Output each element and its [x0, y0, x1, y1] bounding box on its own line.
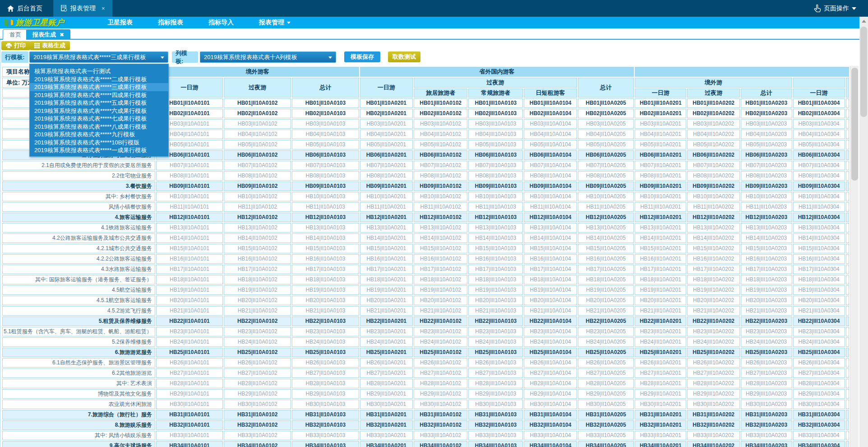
data-cell[interactable]: HB20|III10A0102	[414, 296, 468, 305]
data-cell[interactable]: HB32|III10A0202	[687, 420, 739, 430]
data-cell[interactable]: HB14|III10A0201	[635, 233, 686, 243]
data-cell[interactable]: HB17|III10A0202	[687, 265, 739, 274]
data-cell[interactable]: HB02|III10A0103	[468, 109, 523, 118]
data-cell[interactable]: HB26|II10A0103	[292, 358, 359, 368]
data-cell[interactable]: HB14|II10A0103	[292, 233, 359, 243]
data-cell[interactable]: HB21|III10A0304	[793, 306, 845, 316]
data-cell[interactable]: HB03|II10A0201	[360, 119, 413, 129]
data-cell[interactable]: HB10|II10A0103	[292, 192, 359, 201]
data-cell[interactable]: HB27|II10A0205	[578, 368, 634, 378]
data-cell[interactable]: HB13|II10A0201	[360, 223, 413, 233]
data-cell[interactable]: HB27|II10A0101	[156, 368, 223, 378]
data-cell[interactable]: HB13|III10A0304	[793, 223, 845, 233]
data-cell[interactable]: HB24|III10A0202	[687, 337, 739, 347]
data-cell[interactable]: HB09|III10A0304	[793, 182, 845, 191]
data-cell[interactable]: HB11|III10A0304	[793, 202, 845, 212]
data-cell[interactable]: HB09|II10A0102	[224, 182, 291, 191]
data-cell[interactable]: HB02|III10A0203	[741, 109, 792, 118]
data-cell[interactable]: HB13|III10A0102	[414, 223, 468, 233]
data-cell[interactable]: HB21|III10A0202	[687, 306, 739, 316]
data-cell[interactable]: HB26|III10A0102	[414, 358, 468, 368]
data-cell[interactable]: HB26|II10A0102	[224, 358, 291, 368]
data-cell[interactable]: HB31|III10A0304	[793, 410, 845, 419]
data-cell[interactable]: HB15|III10A0203	[741, 244, 792, 253]
data-cell[interactable]: HB22|III10A0202	[687, 317, 739, 326]
data-cell[interactable]: HB24|II10A0102	[224, 337, 291, 347]
data-cell[interactable]: HB16|III10A0203	[741, 254, 792, 264]
data-cell[interactable]: HB05|III10A0201	[635, 140, 686, 149]
data-cell[interactable]: HB32|III10A0203	[741, 420, 792, 430]
data-cell[interactable]: HB11|II10A0102	[224, 202, 291, 212]
data-cell[interactable]: HB30|III10A0202	[687, 400, 739, 409]
data-cell[interactable]: HB21|III10A0104	[524, 306, 577, 316]
data-cell[interactable]: HB02|III10A0201	[635, 109, 686, 118]
data-cell[interactable]: HB26|III10A0202	[687, 358, 739, 368]
data-cell[interactable]: HB31|III10A0103	[468, 410, 523, 419]
data-cell[interactable]: HB10|III10A0201	[635, 192, 686, 201]
data-cell[interactable]: HB10|III10A0103	[468, 192, 523, 201]
dropdown-option[interactable]: 2019核算系统报表格式表*****五成果行模板	[30, 99, 168, 107]
data-cell[interactable]: HB16|III10A0104	[524, 254, 577, 264]
data-cell[interactable]: HB28|II10A0205	[578, 379, 634, 388]
data-cell[interactable]: HB04|III10A0203	[741, 130, 792, 139]
data-cell[interactable]: HB27|III10A0103	[468, 368, 523, 378]
data-cell[interactable]: HB11|III10A0104	[524, 202, 577, 212]
data-cell[interactable]: HB13|II10A0205	[578, 223, 634, 233]
data-cell[interactable]: HB24|III10A0201	[635, 337, 686, 347]
tab-home[interactable]: 首页	[3, 29, 28, 40]
nav-item-indicator-import[interactable]: 指标导入	[196, 17, 246, 28]
data-cell[interactable]: HB27|III10A0203	[741, 368, 792, 378]
data-cell[interactable]: HB17|III10A0102	[414, 265, 468, 274]
data-cell[interactable]: HB13|II10A0101	[156, 223, 223, 233]
data-cell[interactable]: HB23|II10A0102	[224, 327, 291, 336]
data-cell[interactable]: HB32|II10A0101	[156, 420, 223, 430]
data-cell[interactable]: HB01|III10A0103	[468, 98, 523, 108]
data-cell[interactable]: HB29|II10A0103	[292, 389, 359, 399]
page-vertical-scrollbar[interactable]	[859, 17, 868, 447]
data-cell[interactable]: HB31|III10A0203	[741, 410, 792, 419]
data-cell[interactable]: HB16|III10A0102	[414, 254, 468, 264]
data-cell[interactable]: HB22|II10A0201	[360, 317, 413, 326]
data-cell[interactable]: HB34|II10A0205	[578, 441, 634, 447]
data-cell[interactable]: HB17|II10A0201	[360, 265, 413, 274]
data-cell[interactable]: HB34|III10A0103	[468, 441, 523, 447]
data-cell[interactable]: HB08|II10A0205	[578, 171, 634, 181]
data-cell[interactable]: HB29|III10A0103	[468, 389, 523, 399]
data-cell[interactable]: HB18|II10A0201	[360, 275, 413, 284]
data-cell[interactable]: HB01|II10A0102	[224, 98, 291, 108]
data-cell[interactable]: HB13|II10A0102	[224, 223, 291, 233]
data-cell[interactable]: HB20|III10A0304	[793, 296, 845, 305]
data-cell[interactable]: HB06|III10A0201	[635, 150, 686, 160]
data-cell[interactable]: HB32|II10A0103	[292, 420, 359, 430]
data-cell[interactable]: HB31|II10A0205	[578, 410, 634, 419]
data-cell[interactable]: HB12|III10A0201	[635, 213, 686, 222]
data-cell[interactable]: HB22|III10A0104	[524, 317, 577, 326]
data-cell[interactable]: HB10|III10A0304	[793, 192, 845, 201]
data-cell[interactable]: HB13|III10A0103	[468, 223, 523, 233]
data-cell[interactable]: HB25|II10A0101	[156, 348, 223, 357]
data-cell[interactable]: HB16|II10A0201	[360, 254, 413, 264]
data-cell[interactable]: HB18|II10A0102	[224, 275, 291, 284]
data-cell[interactable]: HB04|II10A0103	[292, 130, 359, 139]
data-cell[interactable]: HB11|III10A0201	[635, 202, 686, 212]
data-cell[interactable]: HB31|II10A0102	[224, 410, 291, 419]
data-cell[interactable]: HB31|III10A0104	[524, 410, 577, 419]
data-cell[interactable]: HB02|II10A0201	[360, 109, 413, 118]
data-cell[interactable]: HB32|III10A0304	[793, 420, 845, 430]
data-cell[interactable]: HB28|II10A0101	[156, 379, 223, 388]
data-cell[interactable]: HB06|III10A0304	[793, 150, 845, 160]
data-cell[interactable]: HB09|III10A0202	[687, 182, 739, 191]
data-cell[interactable]: HB25|III10A0202	[687, 348, 739, 357]
data-cell[interactable]: HB19|II10A0201	[360, 285, 413, 295]
data-cell[interactable]: HB33|III10A0104	[524, 431, 577, 440]
data-cell[interactable]: HB27|III10A0104	[524, 368, 577, 378]
data-cell[interactable]: HB08|III10A0102	[414, 171, 468, 181]
data-cell[interactable]: HB15|II10A0103	[292, 244, 359, 253]
data-cell[interactable]: HB18|III10A0304	[793, 275, 845, 284]
data-cell[interactable]: HB33|III10A0103	[468, 431, 523, 440]
data-cell[interactable]: HB26|III10A0203	[741, 358, 792, 368]
data-cell[interactable]: HB24|III10A0304	[793, 337, 845, 347]
data-cell[interactable]: HB26|III10A0304	[793, 358, 845, 368]
data-cell[interactable]: HB15|II10A0101	[156, 244, 223, 253]
data-cell[interactable]: HB01|III10A0201	[635, 98, 686, 108]
